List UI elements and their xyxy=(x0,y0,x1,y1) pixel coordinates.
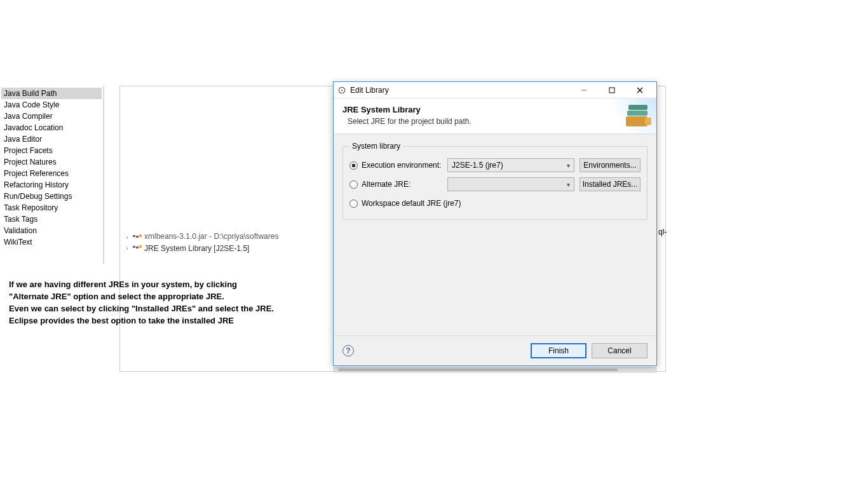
sidebar-item-java-build-path[interactable]: Java Build Path xyxy=(1,88,102,99)
scrollbar-thumb[interactable] xyxy=(338,369,618,371)
sidebar-item-validation[interactable]: Validation xyxy=(1,225,102,236)
dialog-title: Edit Library xyxy=(350,86,570,95)
radio-icon xyxy=(349,161,358,170)
svg-line-3 xyxy=(637,88,642,93)
help-button[interactable]: ? xyxy=(342,345,354,356)
sidebar-item-refactoring-history[interactable]: Refactoring History xyxy=(1,179,102,191)
svg-line-2 xyxy=(637,88,642,93)
sidebar-item-task-tags[interactable]: Task Tags xyxy=(1,214,102,225)
close-button[interactable] xyxy=(626,82,654,98)
system-library-group: System library Execution environment: J2… xyxy=(342,142,648,220)
minimize-button[interactable] xyxy=(570,82,598,98)
instruction-line: If we are having different JREs in your … xyxy=(9,278,274,290)
expand-icon[interactable]: › xyxy=(124,234,130,241)
radio-label-text: Alternate JRE: xyxy=(362,180,410,189)
sidebar-item-run-debug-settings[interactable]: Run/Debug Settings xyxy=(1,191,102,202)
tree-row-label: JRE System Library [J2SE-1.5] xyxy=(144,244,249,253)
edit-library-dialog: Edit Library JRE System Library Select J… xyxy=(333,81,657,366)
execution-environment-radio[interactable]: Execution environment: xyxy=(349,161,442,170)
maximize-button[interactable] xyxy=(598,82,626,98)
sidebar-item-project-references[interactable]: Project References xyxy=(1,168,102,179)
library-icon xyxy=(133,245,142,252)
horizontal-scrollbar[interactable] xyxy=(334,367,656,372)
instruction-text: If we are having different JREs in your … xyxy=(9,278,274,327)
dialog-body: System library Execution environment: J2… xyxy=(334,134,656,336)
cropped-overlay xyxy=(124,229,334,233)
group-legend: System library xyxy=(349,142,403,151)
expand-icon[interactable]: › xyxy=(124,245,130,252)
sidebar-item-java-code-style[interactable]: Java Code Style xyxy=(1,99,102,111)
sidebar-item-javadoc-location[interactable]: Javadoc Location xyxy=(1,122,102,133)
eclipse-icon xyxy=(337,86,346,95)
sidebar-item-java-editor[interactable]: Java Editor xyxy=(1,133,102,145)
execution-environment-combo[interactable]: J2SE-1.5 (jre7) ▾ xyxy=(447,158,574,172)
truncated-background-text: ql- xyxy=(658,227,667,236)
radio-label-text: Workspace default JRE (jre7) xyxy=(362,199,461,208)
alternate-jre-combo[interactable]: ▾ xyxy=(447,177,574,191)
dialog-header: JRE System Library Select JRE for the pr… xyxy=(334,98,656,134)
cancel-button[interactable]: Cancel xyxy=(592,343,648,358)
svg-rect-1 xyxy=(609,88,614,93)
jar-icon xyxy=(133,234,142,241)
radio-icon xyxy=(349,180,358,189)
combo-value: J2SE-1.5 (jre7) xyxy=(452,161,503,170)
alternate-jre-radio[interactable]: Alternate JRE: xyxy=(349,180,442,189)
workspace-default-jre-radio[interactable]: Workspace default JRE (jre7) xyxy=(349,199,461,208)
sidebar-divider xyxy=(103,86,104,264)
chevron-down-icon: ▾ xyxy=(567,162,570,169)
tree-row-jre-system-library[interactable]: › JRE System Library [J2SE-1.5] xyxy=(124,243,278,254)
dialog-titlebar[interactable]: Edit Library xyxy=(334,82,656,98)
dialog-header-subtitle: Select JRE for the project build path. xyxy=(348,117,648,126)
dialog-footer: ? Finish Cancel xyxy=(334,336,656,365)
radio-icon xyxy=(349,200,358,208)
instruction-line: Eclipse provides the best option to take… xyxy=(9,315,274,327)
sidebar-item-wikitext[interactable]: WikiText xyxy=(1,236,102,248)
library-books-icon xyxy=(622,102,653,129)
workspace-default-jre-row: Workspace default JRE (jre7) xyxy=(349,194,641,213)
sidebar-item-task-repository[interactable]: Task Repository xyxy=(1,202,102,214)
finish-button[interactable]: Finish xyxy=(531,343,587,358)
sidebar-item-project-natures[interactable]: Project Natures xyxy=(1,156,102,168)
tree-row-xmlbeans[interactable]: › xmlbeans-3.1.0.jar - D:\cpriya\softwar… xyxy=(124,232,278,243)
installed-jres-button[interactable]: Installed JREs... xyxy=(580,177,641,191)
environments-button[interactable]: Environments... xyxy=(580,158,641,172)
sidebar-item-project-facets[interactable]: Project Facets xyxy=(1,145,102,156)
chevron-down-icon: ▾ xyxy=(567,181,570,188)
execution-environment-row: Execution environment: J2SE-1.5 (jre7) ▾… xyxy=(349,156,641,175)
instruction-line: Even we can select by clicking "Installe… xyxy=(9,302,274,315)
properties-category-list: Java Build Path Java Code Style Java Com… xyxy=(1,88,102,248)
alternate-jre-row: Alternate JRE: ▾ Installed JREs... xyxy=(349,175,641,194)
dialog-header-title: JRE System Library xyxy=(342,105,648,114)
radio-label-text: Execution environment: xyxy=(362,161,441,170)
instruction-line: "Alternate JRE" option and select the ap… xyxy=(9,290,274,302)
build-path-tree: › xmlbeans-3.1.0.jar - D:\cpriya\softwar… xyxy=(124,232,278,254)
sidebar-item-java-compiler[interactable]: Java Compiler xyxy=(1,111,102,122)
